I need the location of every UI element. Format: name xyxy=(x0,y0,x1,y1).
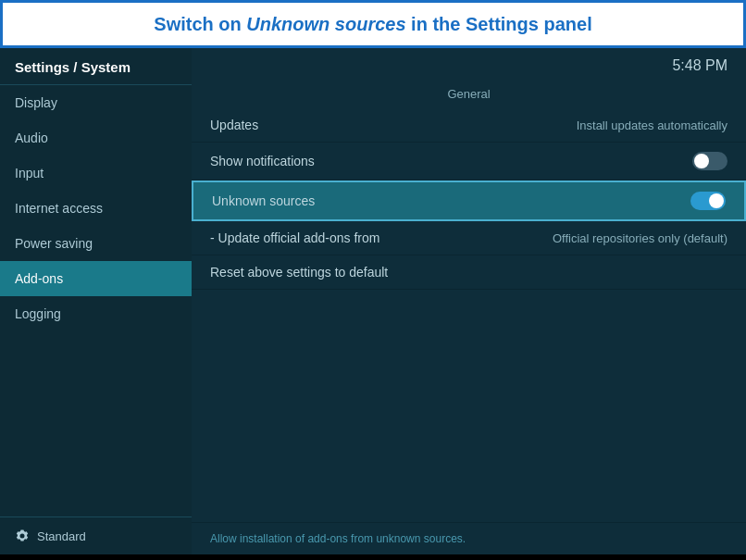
settings-row-unknown-sources[interactable]: Unknown sources xyxy=(192,180,746,221)
settings-row-reset-settings[interactable]: Reset above settings to default xyxy=(192,255,746,290)
content-area: 5:48 PM General Updates Install updates … xyxy=(192,48,746,554)
banner-text-italic: Unknown sources xyxy=(246,14,405,34)
sidebar-item-label: Power saving xyxy=(15,236,93,251)
row-label: Show notifications xyxy=(210,154,315,168)
sidebar-item-label: Display xyxy=(15,95,57,110)
row-value: Official repositories only (default) xyxy=(553,231,727,245)
topbar: 5:48 PM xyxy=(192,48,746,83)
sidebar-header: Settings / System xyxy=(0,48,192,85)
settings-row-update-official-addons[interactable]: - Update official add-ons from Official … xyxy=(192,221,746,255)
settings-content: General Updates Install updates automati… xyxy=(192,83,746,522)
row-label: - Update official add-ons from xyxy=(210,230,379,245)
sidebar-item-input[interactable]: Input xyxy=(0,156,192,191)
sidebar-item-power-saving[interactable]: Power saving xyxy=(0,226,192,261)
sidebar-item-label: Audio xyxy=(15,131,48,145)
sidebar-item-label: Add-ons xyxy=(15,271,63,286)
row-label: Reset above settings to default xyxy=(210,265,388,280)
sidebar-item-logging[interactable]: Logging xyxy=(0,296,192,331)
sidebar-item-label: Logging xyxy=(15,306,61,321)
settings-row-updates[interactable]: Updates Install updates automatically xyxy=(192,108,746,143)
sidebar-item-audio[interactable]: Audio xyxy=(0,120,192,156)
sidebar-footer: Standard xyxy=(0,516,192,554)
sidebar-title: Settings / System xyxy=(15,59,131,75)
clock: 5:48 PM xyxy=(672,57,727,74)
sidebar-item-label: Input xyxy=(15,166,44,180)
section-label: General xyxy=(192,83,746,108)
sidebar: Settings / System Display Audio Input In… xyxy=(0,48,192,554)
profile-label: Standard xyxy=(37,529,86,543)
settings-row-show-notifications[interactable]: Show notifications xyxy=(192,143,746,180)
sidebar-item-label: Internet access xyxy=(15,201,103,216)
row-label: Updates xyxy=(210,118,258,132)
row-label: Unknown sources xyxy=(212,193,315,208)
banner-text-before: Switch on xyxy=(154,14,246,34)
row-value: Install updates automatically xyxy=(577,118,727,132)
unknown-sources-toggle[interactable] xyxy=(690,192,726,210)
show-notifications-toggle[interactable] xyxy=(692,152,727,170)
gear-icon xyxy=(15,529,30,543)
main-container: Settings / System Display Audio Input In… xyxy=(0,48,746,554)
sidebar-item-display[interactable]: Display xyxy=(0,85,192,120)
banner: Switch on Unknown sources in the Setting… xyxy=(0,0,746,48)
sidebar-item-internet-access[interactable]: Internet access xyxy=(0,191,192,226)
sidebar-item-add-ons[interactable]: Add-ons xyxy=(0,261,192,296)
bottom-hint: Allow installation of add-ons from unkno… xyxy=(192,522,746,554)
banner-text-after: in the Settings panel xyxy=(406,14,592,34)
